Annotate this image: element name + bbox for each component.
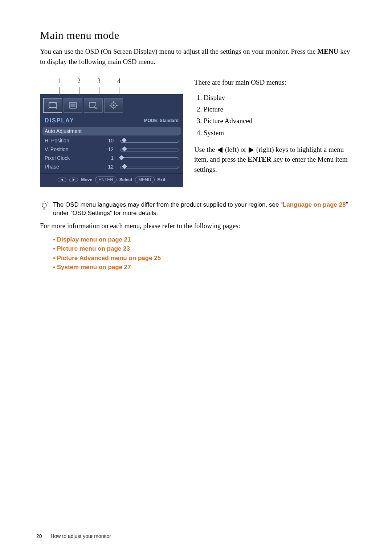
language-link[interactable]: Language on page 28 — [283, 201, 346, 208]
intro-text-a: You can use the OSD (On Screen Display) … — [40, 48, 317, 55]
svg-line-3 — [48, 107, 50, 109]
svg-line-21 — [47, 202, 48, 203]
page-number: 20 — [36, 533, 42, 539]
osd-tab-picture-advanced: + — [84, 98, 103, 113]
osd-row-label: Phase — [45, 164, 99, 170]
picture-menu-link[interactable]: Picture menu on page 23 — [53, 244, 356, 254]
svg-text:+: + — [95, 106, 97, 109]
osd-row-value: 10 — [99, 138, 114, 143]
select-label: Select — [119, 177, 132, 182]
lightbulb-icon — [40, 201, 49, 218]
osd-title: DISPLAY — [45, 117, 74, 124]
osd-row: Pixel Clock1 — [45, 154, 179, 162]
move-buttons-icon — [58, 178, 66, 182]
move-buttons-icon — [69, 178, 78, 182]
more-info-text: For more information on each menu, pleas… — [40, 222, 356, 230]
svg-rect-6 — [70, 104, 75, 107]
svg-line-20 — [41, 202, 42, 203]
system-menu-link[interactable]: System menu on page 27 — [53, 263, 356, 272]
list-item: Display — [204, 92, 356, 104]
osd-row: Auto Adjustment — [42, 127, 181, 135]
menu-key: MENU — [317, 48, 338, 55]
osd-tab-display — [43, 98, 62, 113]
exit-label: Exit — [158, 177, 166, 182]
picture-icon — [68, 101, 78, 110]
osd-figure: 1 2 3 4 + — [40, 77, 183, 187]
svg-line-4 — [55, 107, 57, 109]
osd-menu-list: Display Picture Picture Advanced System — [204, 92, 356, 139]
list-item: Picture — [204, 104, 356, 115]
list-item: Picture Advanced — [204, 115, 356, 127]
tip-note: The OSD menu languages may differ from t… — [40, 201, 356, 218]
enter-pill: ENTER — [95, 177, 117, 183]
menu-pill: MENU — [135, 177, 154, 183]
display-menu-link[interactable]: Display menu on page 21 — [53, 235, 356, 244]
left-hint: (left) or — [223, 146, 248, 153]
svg-line-2 — [55, 102, 57, 104]
use-text-a: Use the — [194, 146, 217, 153]
usage-paragraph: Use the (left) or (right) keys to high­l… — [194, 145, 356, 175]
picture-adv-icon: + — [88, 101, 99, 110]
osd-tab-number: 4 — [109, 77, 129, 94]
osd-row-label: Pixel Clock — [45, 155, 99, 161]
right-intro: There are four main OSD menus: — [194, 77, 356, 88]
svg-rect-0 — [49, 102, 56, 108]
move-label: Move — [81, 177, 92, 182]
picture-advanced-menu-link[interactable]: Picture Advanced menu on page 25 — [53, 254, 356, 263]
osd-row: V. Position12 — [45, 145, 179, 154]
svg-line-1 — [48, 102, 50, 104]
osd-row: Phase12 — [45, 162, 179, 171]
osd-row-value: 1 — [99, 155, 114, 161]
intro-paragraph: You can use the OSD (On Screen Display) … — [40, 46, 356, 66]
right-arrow-icon — [249, 147, 254, 153]
svg-point-16 — [42, 203, 46, 207]
osd-tab-number: 1 — [49, 77, 69, 94]
osd-slider — [117, 165, 179, 169]
osd-slider — [117, 156, 179, 160]
osd-footer: Move ENTER Select MENU Exit — [40, 173, 183, 187]
enter-key: ENTER — [248, 155, 271, 163]
osd-slider — [117, 139, 179, 142]
tip-text-a: The OSD menu languages may differ from t… — [53, 201, 283, 208]
osd-row-label: H. Position — [45, 138, 99, 143]
menu-links-list: Display menu on page 21 Picture menu on … — [53, 235, 356, 272]
osd-mode: MODE: Standard — [144, 118, 179, 123]
osd-row-value: 12 — [99, 164, 114, 170]
gear-icon — [108, 101, 119, 110]
osd-tab-number: 3 — [89, 77, 109, 94]
osd-tab-picture — [64, 98, 82, 113]
osd-row-label: Auto Adjustment — [45, 128, 99, 134]
osd-row-value: 12 — [99, 146, 114, 152]
osd-slider — [117, 147, 179, 151]
svg-point-11 — [113, 105, 115, 106]
osd-row: H. Position10 — [45, 136, 179, 145]
left-arrow-icon — [217, 147, 222, 153]
list-item: System — [204, 127, 356, 139]
osd-row-label: V. Position — [45, 146, 99, 152]
page-footer: 20 How to adjust your monitor — [36, 533, 111, 539]
section-heading: Main menu mode — [40, 29, 356, 41]
osd-tab-number: 2 — [69, 77, 89, 94]
footer-section: How to adjust your monitor — [50, 533, 111, 539]
display-icon — [47, 101, 58, 110]
osd-tab-system — [104, 98, 123, 113]
